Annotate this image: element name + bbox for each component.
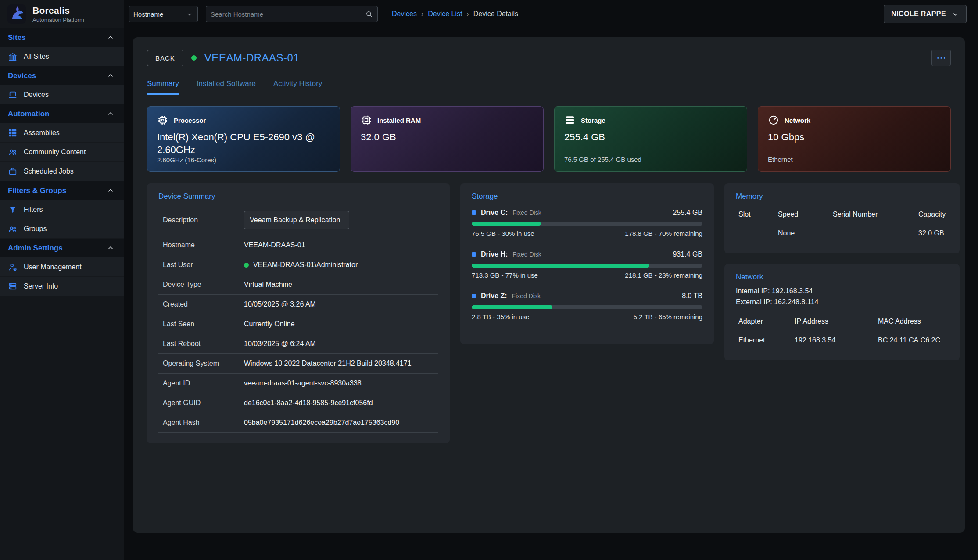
tab-activity-history[interactable]: Activity History: [273, 79, 322, 95]
sidebar-item-filters[interactable]: Filters: [0, 200, 124, 219]
hostname-filter-select[interactable]: Hostname: [129, 6, 198, 22]
sidebar-section-sites[interactable]: Sites: [0, 28, 124, 47]
row-value: Currently Online: [244, 320, 295, 328]
search-input[interactable]: [211, 11, 365, 18]
memory-title: Memory: [736, 192, 948, 201]
brand-subtitle: Automation Platform: [32, 17, 84, 23]
breadcrumb: Devices › Device List › Device Details: [392, 10, 518, 18]
building-icon: [8, 52, 18, 61]
drive-usage-bar: [472, 222, 702, 226]
chevron-down-icon: [951, 10, 959, 18]
search-icon[interactable]: [365, 10, 373, 18]
network-title: Network: [736, 273, 948, 282]
more-options-button[interactable]: ⋯: [931, 50, 951, 66]
section-label: Sites: [8, 33, 26, 42]
drive-used: 76.5 GB - 30% in use: [472, 230, 534, 237]
sidebar-section-filters-groups[interactable]: Filters & Groups: [0, 181, 124, 200]
summary-row-last-user: Last User VEEAM-DRAAS-01\Administrator: [158, 255, 438, 275]
card-label: Installed RAM: [377, 117, 421, 124]
brand-text: Borealis Automation Platform: [32, 5, 84, 23]
brand: Borealis Automation Platform: [0, 0, 124, 28]
device-tabs: Summary Installed Software Activity Hist…: [147, 79, 951, 95]
section-label: Filters & Groups: [8, 186, 66, 195]
sidebar-item-assemblies[interactable]: Assemblies: [0, 123, 124, 143]
sidebar-item-label: Server Info: [24, 282, 58, 290]
summary-row-hostname: Hostname VEEAM-DRAAS-01: [158, 235, 438, 255]
card-footer: 2.60GHz (16-Cores): [157, 156, 330, 164]
row-value: VEEAM-DRAAS-01: [244, 241, 305, 249]
internal-ip: Internal IP: 192.168.3.54: [736, 286, 948, 297]
row-value: de16c0c1-8aa2-4d18-9585-9ce91cf056fd: [244, 399, 373, 407]
card-value: 255.4 GB: [564, 131, 723, 144]
tab-summary[interactable]: Summary: [147, 79, 179, 95]
card-value: 10 Gbps: [768, 131, 927, 144]
sidebar-section-devices[interactable]: Devices: [0, 66, 124, 85]
right-column: Memory Slot Speed Serial Number Capacity…: [724, 183, 960, 360]
sidebar-item-user-management[interactable]: User Management: [0, 257, 124, 277]
sidebar-item-all-sites[interactable]: All Sites: [0, 47, 124, 66]
summary-row-agent-id: Agent ID veeam-draas-01-agent-svc-8930a3…: [158, 374, 438, 393]
chevron-up-icon: [107, 187, 115, 195]
breadcrumb-device-list[interactable]: Device List: [428, 10, 462, 18]
lower-grid: Device Summary Description Hostname VEEA…: [147, 183, 951, 443]
network-panel: Network Internal IP: 192.168.3.54 Extern…: [724, 264, 960, 360]
sidebar-item-scheduled-jobs[interactable]: Scheduled Jobs: [0, 162, 124, 181]
network-table-row: Ethernet 192.168.3.54 BC:24:11:CA:C6:2C: [736, 331, 948, 350]
breadcrumb-devices[interactable]: Devices: [392, 10, 417, 18]
network-table-header: Adapter IP Address MAC Address: [736, 312, 948, 331]
sidebar-item-label: Groups: [24, 225, 47, 233]
drive-bullet-icon: [472, 294, 476, 298]
row-value: veeam-draas-01-agent-svc-8930a338: [244, 379, 362, 387]
sidebar-section-admin-settings[interactable]: Admin Settings: [0, 239, 124, 257]
user-name: NICOLE RAPPE: [891, 10, 946, 18]
app-root: Borealis Automation Platform Sites All S…: [0, 0, 978, 560]
processor-card: Processor Intel(R) Xeon(R) CPU E5-2690 v…: [147, 106, 340, 172]
row-label: Description: [163, 216, 244, 224]
chevron-up-icon: [107, 244, 115, 252]
sidebar-item-devices[interactable]: Devices: [0, 85, 124, 104]
sidebar: Borealis Automation Platform Sites All S…: [0, 0, 124, 560]
chevron-down-icon: [186, 11, 193, 18]
card-label: Network: [785, 117, 810, 124]
laptop-icon: [8, 90, 18, 100]
breadcrumb-separator: ›: [466, 10, 469, 18]
borealis-logo-icon: [6, 4, 27, 25]
row-value: Windows 10 2022 Datacenter 21H2 Build 20…: [244, 360, 412, 367]
brand-name: Borealis: [32, 5, 84, 16]
sidebar-item-community-content[interactable]: Community Content: [0, 143, 124, 162]
description-input[interactable]: [244, 211, 349, 229]
chevron-up-icon: [107, 34, 115, 42]
search-box: [206, 6, 378, 22]
drive-remaining: 218.1 GB - 23% remaining: [625, 271, 702, 279]
summary-row-last-seen: Last Seen Currently Online: [158, 314, 438, 334]
online-status-dot: [191, 55, 197, 61]
sidebar-item-groups[interactable]: Groups: [0, 219, 124, 239]
drive-z: Drive Z: Fixed Disk 8.0 TB 2.8 TB - 35% …: [472, 292, 702, 321]
summary-row-last-reboot: Last Reboot 10/03/2025 @ 6:24 AM: [158, 334, 438, 354]
drive-remaining: 5.2 TB - 65% remaining: [634, 313, 702, 321]
drive-used: 713.3 GB - 77% in use: [472, 271, 538, 279]
content-area: BACK VEEAM-DRAAS-01 ⋯ Summary Installed …: [124, 28, 978, 560]
summary-row-agent-hash: Agent Hash 05ba0e7935171d626ecea29b27d7a…: [158, 413, 438, 433]
device-summary-title: Device Summary: [158, 192, 438, 201]
section-label: Automation: [8, 110, 49, 118]
tab-installed-software[interactable]: Installed Software: [197, 79, 256, 95]
card-label: Storage: [581, 117, 605, 124]
memory-table-row: None 32.0 GB: [736, 224, 948, 243]
server-icon: [8, 282, 18, 291]
sidebar-section-automation[interactable]: Automation: [0, 104, 124, 123]
ram-icon: [361, 114, 372, 126]
sidebar-item-server-info[interactable]: Server Info: [0, 277, 124, 296]
external-ip: External IP: 162.248.8.114: [736, 297, 948, 308]
groups-icon: [8, 224, 18, 234]
drive-usage-bar: [472, 305, 702, 309]
card-footer: Ethernet: [768, 156, 941, 164]
user-menu-button[interactable]: NICOLE RAPPE: [884, 5, 967, 23]
sidebar-item-label: Scheduled Jobs: [24, 168, 74, 175]
summary-row-description: Description: [158, 205, 438, 235]
drive-used: 2.8 TB - 35% in use: [472, 313, 529, 321]
back-button[interactable]: BACK: [147, 50, 183, 66]
card-value: Intel(R) Xeon(R) CPU E5-2690 v3 @ 2.60GH…: [157, 131, 316, 156]
summary-row-operating-system: Operating System Windows 10 2022 Datacen…: [158, 354, 438, 374]
card-footer: 76.5 GB of 255.4 GB used: [564, 156, 737, 164]
